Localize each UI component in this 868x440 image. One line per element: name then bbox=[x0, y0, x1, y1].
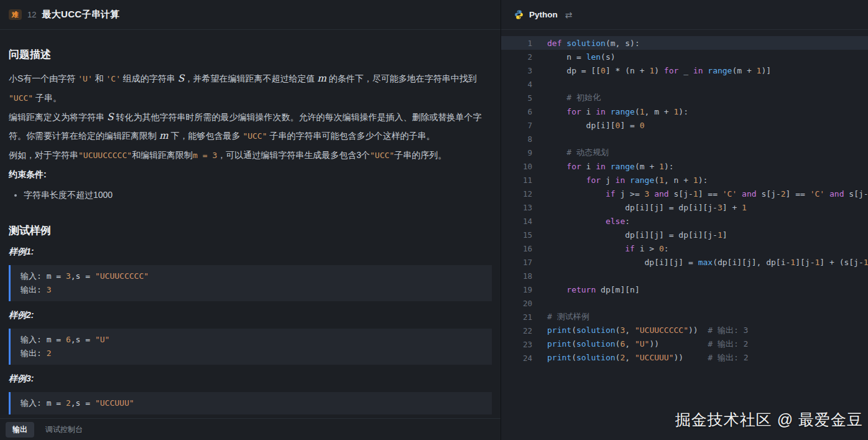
token-t: ): bbox=[664, 162, 674, 171]
token-num: 3 bbox=[66, 271, 71, 281]
token-num: 2 bbox=[781, 189, 786, 199]
problem-panel: 难 12 最大UCC子串计算 问题描述 小S有一个由字符 'U' 和 'C' 组… bbox=[0, 0, 501, 440]
samples: 样例1:输入: m = 3,s = "UCUUCCCCC"输出: 3样例2:输入… bbox=[9, 246, 492, 414]
token-code: m = 3 bbox=[193, 151, 217, 160]
token-cm: # 输出: 2 bbox=[708, 339, 748, 349]
token-t: dp[m][n] bbox=[596, 285, 639, 294]
code-line: 21# 测试样例 bbox=[501, 310, 868, 324]
token-t: 子串。 bbox=[33, 93, 62, 103]
line-number: 13 bbox=[501, 203, 532, 212]
token-t: ] = bbox=[620, 121, 639, 130]
coding-practice-app: 难 12 最大UCC子串计算 问题描述 小S有一个由字符 'U' 和 'C' 组… bbox=[0, 0, 868, 440]
code-line: 9 # 动态规划 bbox=[501, 146, 868, 159]
line-number: 1 bbox=[501, 39, 532, 48]
token-math: m bbox=[317, 73, 326, 84]
line-number: 18 bbox=[501, 271, 532, 281]
swap-layout-icon[interactable]: ⇄ bbox=[565, 10, 573, 20]
token-fn: solution bbox=[576, 339, 616, 349]
code-text: def solution(m, s): bbox=[532, 39, 640, 48]
token-kw: for bbox=[664, 66, 678, 75]
token-t: 输入: m = bbox=[21, 271, 66, 281]
token-t: (dp[i][j], dp[i- bbox=[713, 258, 790, 267]
line-number: 3 bbox=[501, 66, 532, 75]
token-t: ] + (s[j- bbox=[820, 258, 863, 267]
token-num: 1 bbox=[864, 258, 868, 267]
line-number: 11 bbox=[501, 176, 532, 185]
token-num: 3 bbox=[718, 203, 723, 212]
code-text: for i in range(m + 1): bbox=[532, 162, 674, 171]
sample-line: 输入: m = 3,s = "UCUUCCCCC" bbox=[21, 269, 482, 283]
code-text: for j in range(1, n + 1): bbox=[532, 176, 708, 185]
token-num: 0 bbox=[640, 121, 645, 130]
token-t: )) bbox=[649, 339, 708, 349]
token-math: S bbox=[178, 73, 185, 84]
token-t: s[j- bbox=[757, 189, 781, 199]
token-kw: in bbox=[616, 176, 626, 185]
token-t: , bbox=[625, 325, 635, 335]
token-t: )] bbox=[761, 66, 771, 75]
token-t: : bbox=[664, 244, 669, 253]
token-str: "UCCUUU" bbox=[95, 398, 134, 408]
code-text: print(solution(3, "UCUUCCCCC")) # 输出: 3 bbox=[532, 325, 748, 336]
token-fn: solution bbox=[566, 39, 606, 48]
token-code: 'C' bbox=[106, 74, 121, 83]
token-t: dp = [[ bbox=[547, 66, 601, 75]
token-kw: and bbox=[829, 189, 844, 199]
token-cm: # 输出: 2 bbox=[708, 353, 748, 362]
token-num: 1 bbox=[790, 258, 795, 267]
line-number: 8 bbox=[501, 134, 532, 144]
code-text: dp[i][j] = max(dp[i][j], dp[i-1][j-1] + … bbox=[532, 258, 868, 267]
token-t: 和编辑距离限制 bbox=[132, 150, 193, 160]
code-line: 7 dp[i][0] = 0 bbox=[501, 118, 868, 132]
token-t bbox=[737, 189, 742, 199]
line-number: 5 bbox=[501, 93, 532, 103]
token-fn: range bbox=[630, 176, 654, 185]
code-text: return dp[m][n] bbox=[532, 285, 640, 294]
token-num: 1 bbox=[742, 203, 747, 212]
code-editor[interactable]: 1def solution(m, s):2 n = len(s)3 dp = [… bbox=[501, 30, 868, 440]
problem-paragraph: 小S有一个由字符 'U' 和 'C' 组成的字符串 S，并希望在编辑距离不超过给… bbox=[9, 69, 492, 108]
line-number: 10 bbox=[501, 162, 532, 171]
constraints-label: 约束条件: bbox=[9, 165, 492, 184]
code-line: 5 # 初始化 bbox=[501, 91, 868, 105]
token-t bbox=[606, 107, 611, 116]
token-t: ] == bbox=[786, 189, 810, 199]
token-t bbox=[547, 189, 606, 199]
token-t: ,s = bbox=[71, 271, 95, 281]
line-number: 9 bbox=[501, 148, 532, 157]
sample-label: 样例1: bbox=[9, 246, 492, 258]
editor-header: Python ⇄ bbox=[501, 0, 868, 30]
token-num: 3 bbox=[47, 285, 52, 294]
token-cm: # 测试样例 bbox=[547, 312, 589, 321]
token-num: 1 bbox=[659, 162, 664, 171]
tab-debug-console[interactable]: 调试控制台 bbox=[45, 424, 83, 435]
sample-block: 输入: m = 3,s = "UCUUCCCCC"输出: 3 bbox=[9, 265, 492, 301]
problem-content[interactable]: 问题描述 小S有一个由字符 'U' 和 'C' 组成的字符串 S，并希望在编辑距… bbox=[0, 30, 501, 418]
token-t: ( bbox=[571, 325, 576, 335]
token-t: dp[i][j] = dp[i][j- bbox=[547, 230, 718, 240]
token-t: dp[i][j] = dp[i][j- bbox=[547, 203, 718, 212]
token-t: 和 bbox=[93, 73, 106, 83]
token-t: ( bbox=[571, 353, 576, 362]
token-num: 2 bbox=[66, 398, 71, 408]
token-code: "UCUUCCCCC" bbox=[78, 151, 132, 160]
watermark: 掘金技术社区 @ 最爱金豆 bbox=[675, 410, 863, 430]
problem-paragraph: 编辑距离定义为将字符串 S 转化为其他字符串时所需的最少编辑操作次数。允许的每次… bbox=[9, 108, 492, 146]
code-line: 13 dp[i][j] = dp[i][j-3] + 1 bbox=[501, 200, 868, 214]
token-t: j >= bbox=[616, 189, 645, 199]
code-line: 19 return dp[m][n] bbox=[501, 283, 868, 296]
sample-line: 输入: m = 6,s = "U" bbox=[21, 333, 482, 347]
line-number: 12 bbox=[501, 189, 532, 199]
tab-output[interactable]: 输出 bbox=[6, 422, 34, 438]
token-fn: max bbox=[698, 258, 713, 267]
token-t bbox=[606, 162, 611, 171]
token-t bbox=[824, 189, 829, 199]
token-t: 子串的序列。 bbox=[394, 150, 446, 160]
problem-title: 最大UCC子串计算 bbox=[42, 9, 119, 21]
line-number: 16 bbox=[501, 244, 532, 253]
code-line: 22print(solution(3, "UCUUCCCCC")) # 输出: … bbox=[501, 324, 868, 337]
token-t: ) bbox=[654, 66, 664, 75]
token-num: 0 bbox=[659, 244, 664, 253]
token-t: ] * (n + bbox=[606, 66, 649, 75]
token-kw: in bbox=[596, 107, 606, 116]
